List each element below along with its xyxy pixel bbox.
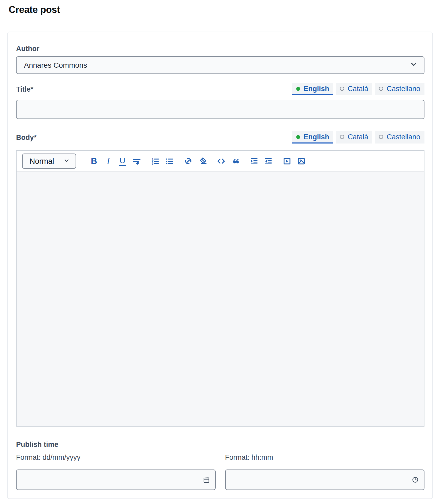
ordered-list-button[interactable]: 1 2 3 bbox=[149, 155, 161, 167]
link-icon bbox=[184, 156, 193, 166]
publish-time-row: Format: dd/mm/yyyy Format: hh:mm bbox=[16, 453, 424, 490]
indent-decrease-button[interactable] bbox=[262, 155, 274, 167]
body-label: Body* bbox=[16, 133, 37, 142]
publish-time-input[interactable] bbox=[225, 470, 425, 490]
indent-increase-button[interactable] bbox=[248, 155, 260, 167]
toolbar-group-lists: 1 2 3 bbox=[149, 155, 175, 167]
body-language-tabs: English Català Castellano bbox=[292, 131, 424, 144]
radio-circle-icon bbox=[340, 135, 344, 139]
language-tab-label: Castellano bbox=[387, 85, 420, 93]
toolbar-group-text-style: B I U bbox=[88, 155, 142, 167]
paragraph-style-value: Normal bbox=[29, 157, 54, 166]
title-label-row: Title* English Català Castellano bbox=[16, 83, 424, 95]
toolbar-group-blocks bbox=[215, 155, 241, 167]
link-button[interactable] bbox=[182, 155, 194, 167]
create-post-page: Create post Author Annares Commons Title… bbox=[0, 0, 440, 499]
svg-text:3: 3 bbox=[152, 162, 153, 165]
toolbar-group-link bbox=[182, 155, 208, 167]
language-tab-label: English bbox=[304, 133, 329, 141]
blockquote-button[interactable] bbox=[229, 155, 241, 167]
italic-icon: I bbox=[107, 156, 110, 166]
create-post-form: Author Annares Commons Title* English Ca… bbox=[7, 32, 433, 499]
publish-date-input[interactable] bbox=[16, 470, 216, 490]
toolbar-group-indent bbox=[248, 155, 274, 167]
language-tab-catala[interactable]: Català bbox=[336, 83, 372, 95]
code-view-button[interactable] bbox=[215, 155, 227, 167]
code-icon bbox=[216, 156, 226, 166]
bold-icon: B bbox=[91, 156, 97, 166]
author-select[interactable]: Annares Commons bbox=[16, 56, 424, 74]
page-title: Create post bbox=[9, 4, 433, 15]
video-button[interactable] bbox=[281, 155, 293, 167]
title-input[interactable] bbox=[16, 100, 424, 119]
date-format-label: Format: dd/mm/yyyy bbox=[16, 453, 216, 462]
radio-circle-icon bbox=[379, 135, 383, 139]
clear-format-button[interactable] bbox=[196, 155, 208, 167]
indent-decrease-icon bbox=[264, 156, 273, 166]
selected-language-dot-icon bbox=[296, 135, 300, 139]
rich-text-editor-body[interactable] bbox=[17, 172, 424, 426]
chevron-down-icon bbox=[410, 60, 418, 70]
paragraph-style-dropdown[interactable]: Normal bbox=[22, 154, 76, 169]
time-format-label: Format: hh:mm bbox=[225, 453, 425, 462]
radio-circle-icon bbox=[340, 87, 344, 91]
indent-increase-icon bbox=[249, 156, 259, 166]
italic-button[interactable]: I bbox=[102, 155, 114, 167]
publish-time-label: Publish time bbox=[16, 440, 424, 449]
language-tab-english[interactable]: English bbox=[292, 83, 334, 95]
selected-language-dot-icon bbox=[296, 87, 300, 91]
unordered-list-button[interactable] bbox=[164, 155, 175, 167]
image-button[interactable] bbox=[295, 155, 307, 167]
ordered-list-icon: 1 2 3 bbox=[151, 156, 160, 166]
author-select-value: Annares Commons bbox=[24, 61, 87, 70]
publish-hour-field: Format: hh:mm bbox=[225, 453, 425, 490]
title-label: Title* bbox=[16, 85, 33, 93]
language-tab-catala[interactable]: Català bbox=[336, 131, 372, 144]
title-language-tabs: English Català Castellano bbox=[292, 83, 424, 95]
language-tab-castellano[interactable]: Castellano bbox=[375, 83, 424, 95]
chevron-down-icon bbox=[63, 157, 70, 166]
author-label: Author bbox=[16, 45, 424, 53]
author-field: Author Annares Commons bbox=[16, 45, 424, 74]
body-label-row: Body* English Català Castellano bbox=[16, 131, 424, 144]
eraser-icon bbox=[198, 156, 207, 166]
calendar-icon[interactable] bbox=[202, 476, 210, 484]
video-icon bbox=[282, 156, 292, 166]
rich-text-editor: Normal B I U bbox=[16, 150, 424, 427]
language-tab-english[interactable]: English bbox=[292, 131, 334, 144]
language-tab-castellano[interactable]: Castellano bbox=[375, 131, 424, 144]
radio-circle-icon bbox=[379, 87, 383, 91]
toolbar-group-media bbox=[281, 155, 307, 167]
text-wrap-button[interactable] bbox=[131, 155, 142, 167]
underline-icon: U bbox=[119, 157, 126, 166]
text-wrap-icon bbox=[132, 156, 141, 166]
underline-button[interactable]: U bbox=[116, 155, 128, 167]
language-tab-label: Català bbox=[348, 85, 368, 93]
publish-date-field: Format: dd/mm/yyyy bbox=[16, 453, 216, 490]
image-icon bbox=[296, 156, 306, 166]
clock-icon[interactable] bbox=[411, 476, 419, 484]
language-tab-label: Català bbox=[348, 133, 368, 141]
language-tab-label: Castellano bbox=[387, 133, 420, 141]
bold-button[interactable]: B bbox=[88, 155, 100, 167]
unordered-list-icon bbox=[165, 156, 174, 166]
language-tab-label: English bbox=[304, 85, 329, 93]
header-divider bbox=[7, 23, 433, 23]
editor-toolbar: Normal B I U bbox=[17, 151, 424, 172]
quote-icon bbox=[231, 156, 240, 166]
